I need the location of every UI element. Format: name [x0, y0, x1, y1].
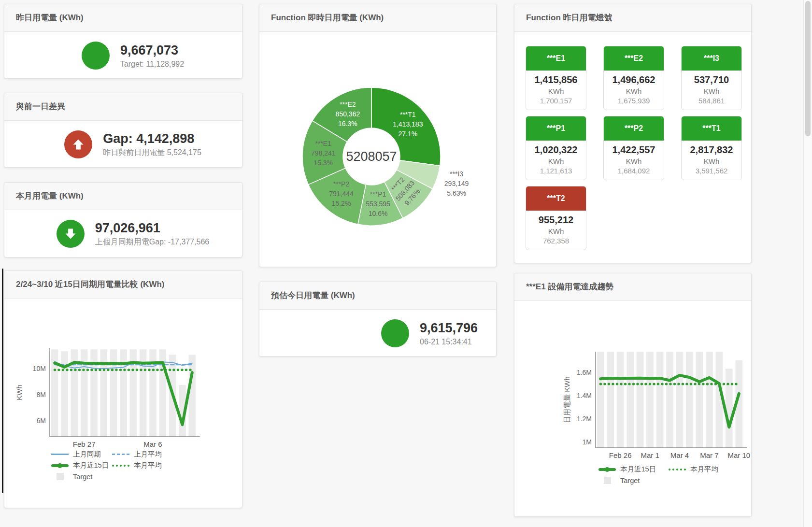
- trend-chart-title: ***E1 設備用電達成趨勢: [514, 273, 751, 301]
- svg-text:6M: 6M: [37, 417, 46, 425]
- card-today-estimate: 預估今日用電量 (KWh) 9,615,796 06-21 15:34:41: [259, 282, 497, 356]
- card-yesterday-title: 昨日用電量 (KWh): [4, 4, 242, 32]
- card-status-lights: Function 昨日用電燈號 ***E11,415,856KWh1,700,1…: [514, 4, 752, 263]
- light-tile-P1: ***P11,020,322KWh1,121,613: [526, 116, 586, 180]
- legend-this-month-avg: 本月平均: [669, 465, 718, 474]
- status-circle-icon: [381, 319, 409, 347]
- legend-this-month-series: 本月近15日: [51, 461, 112, 470]
- light-tile-T1: ***T12,817,832KWh3,591,562: [681, 116, 742, 180]
- estimate-value: 9,615,796: [420, 320, 478, 336]
- svg-text:Mar 6: Mar 6: [143, 440, 162, 447]
- yesterday-target: Target: 11,128,992: [120, 60, 184, 69]
- yesterday-value: 9,667,073: [120, 43, 184, 58]
- card-month-usage: 本月用電量 (KWh) 97,026,961 上個月同期用電Gap: -17,3…: [4, 182, 242, 257]
- light-tile-unit: KWh: [604, 87, 664, 95]
- svg-text:Mar 7: Mar 7: [700, 451, 718, 459]
- e1-trend-chart: 1M1.2M1.4M1.6MFeb 26Mar 1Mar 4Mar 7Mar 1…: [514, 301, 752, 461]
- donut-slice-label: ***I3293,1495.63%: [444, 170, 469, 197]
- svg-text:1.2M: 1.2M: [577, 415, 592, 423]
- card-gap-title: 與前一日差異: [4, 93, 242, 121]
- light-tile-unit: KWh: [682, 157, 741, 165]
- light-tile-target: 584,861: [682, 97, 741, 105]
- light-tile-E2: ***E21,496,662KWh1,675,939: [603, 46, 664, 110]
- legend-target: Target: [51, 473, 92, 481]
- light-tile-value: 1,020,322: [526, 144, 586, 156]
- compare-chart-title: 2/24~3/10 近15日同期用電量比較 (KWh): [4, 271, 242, 299]
- light-tile-target: 1,700,157: [526, 97, 586, 105]
- light-tile-value: 955,212: [526, 214, 586, 226]
- light-tile-P2: ***P21,422,557KWh1,684,092: [603, 116, 664, 180]
- lights-grid: ***E11,415,856KWh1,700,157***E21,496,662…: [514, 32, 751, 250]
- donut-chart-title: Function 即時日用電量 (KWh): [259, 4, 496, 32]
- light-tile-unit: KWh: [604, 157, 664, 165]
- card-e1-trend: ***E1 設備用電達成趨勢 1M1.2M1.4M1.6MFeb 26Mar 1…: [514, 273, 752, 517]
- legend-this-month-series: 本月近15日: [598, 465, 669, 474]
- card-month-title: 本月用電量 (KWh): [4, 183, 242, 210]
- month-subtitle: 上個月同期用電Gap: -17,377,566: [95, 237, 210, 247]
- legend-this-month-avg: 本月平均: [112, 461, 162, 470]
- light-tile-value: 537,710: [682, 74, 741, 85]
- compare-line-chart: 6M8M10MFeb 27Mar 6KWh: [4, 299, 242, 447]
- light-tile-target: 1,675,939: [604, 97, 664, 105]
- lights-title: Function 昨日用電燈號: [514, 4, 751, 32]
- status-circle-icon: [82, 42, 110, 70]
- light-tile-unit: KWh: [682, 87, 741, 95]
- kpi-estimate: 9,615,796 06-21 15:34:41: [259, 310, 496, 357]
- light-tile-header: ***T1: [682, 116, 741, 141]
- card-day-gap: 與前一日差異 Gap: 4,142,898 昨日與前日用電量 5,524,175: [4, 93, 242, 168]
- light-tile-header: ***P2: [604, 116, 664, 141]
- light-tile-target: 1,684,092: [604, 167, 664, 175]
- gap-value: Gap: 4,142,898: [103, 131, 201, 146]
- light-tile-unit: KWh: [526, 87, 586, 95]
- svg-text:Mar 10: Mar 10: [727, 451, 750, 459]
- compare-legend: 上月同期 上月平均 本月近15日 本月平均 Target: [4, 449, 242, 482]
- month-value: 97,026,961: [95, 220, 210, 236]
- window-edge-artifact: [2, 269, 3, 493]
- light-tile-header: ***I3: [682, 46, 741, 71]
- svg-text:KWh: KWh: [15, 385, 23, 400]
- light-tile-unit: KWh: [526, 227, 586, 235]
- light-tile-header: ***E1: [526, 46, 586, 71]
- legend-last-month-avg: 上月平均: [112, 450, 162, 459]
- light-tile-value: 2,817,832: [682, 144, 741, 156]
- card-compare-chart: 2/24~3/10 近15日同期用電量比較 (KWh) 6M8M10MFeb 2…: [4, 271, 242, 508]
- trend-legend: 本月近15日 本月平均 Target: [514, 464, 751, 485]
- green-line-icon: [598, 468, 616, 471]
- donut-center-total: 5208057: [346, 149, 397, 164]
- target-swatch-icon: [57, 473, 64, 480]
- green-line-icon: [51, 464, 69, 467]
- arrow-up-icon: [64, 130, 92, 158]
- kpi-gap: Gap: 4,142,898 昨日與前日用電量 5,524,175: [4, 121, 242, 168]
- svg-text:Feb 26: Feb 26: [609, 451, 632, 459]
- svg-text:1.4M: 1.4M: [577, 392, 592, 399]
- legend-last-month-series: 上月同期: [51, 450, 112, 459]
- gap-subtitle: 昨日與前日用電量 5,524,175: [103, 148, 201, 158]
- vertical-scrollbar[interactable]: [803, 0, 812, 527]
- light-tile-value: 1,496,662: [604, 74, 664, 85]
- light-tile-value: 1,415,856: [526, 74, 586, 85]
- svg-text:1M: 1M: [583, 438, 592, 446]
- light-tile-target: 762,358: [526, 237, 586, 245]
- blue-line-icon: [51, 454, 69, 455]
- kpi-month: 97,026,961 上個月同期用電Gap: -17,377,566: [4, 210, 242, 257]
- arrow-down-icon: [57, 220, 85, 248]
- light-tile-unit: KWh: [526, 157, 586, 165]
- card-realtime-donut: Function 即時日用電量 (KWh) 5208057 ***T11,413…: [259, 4, 497, 267]
- svg-text:1.6M: 1.6M: [577, 369, 592, 376]
- light-tile-header: ***T2: [526, 186, 586, 211]
- light-tile-header: ***E2: [604, 46, 664, 71]
- green-dotted-line-icon: [112, 465, 129, 467]
- realtime-donut-chart: 5208057 ***T11,413,18327.1%***I3293,1495…: [259, 32, 496, 267]
- green-dotted-line-icon: [669, 469, 686, 470]
- svg-text:Mar 1: Mar 1: [641, 451, 659, 459]
- scrollbar-thumb[interactable]: [805, 1, 811, 136]
- legend-target: Target: [598, 477, 640, 484]
- target-swatch-icon: [604, 477, 611, 484]
- kpi-yesterday: 9,667,073 Target: 11,128,992: [4, 32, 242, 79]
- light-tile-I3: ***I3537,710KWh584,861: [681, 46, 742, 110]
- light-tile-header: ***P1: [526, 116, 586, 141]
- light-tile-target: 3,591,562: [682, 167, 741, 175]
- light-tile-T2: ***T2955,212KWh762,358: [526, 186, 586, 250]
- blue-dashed-line-icon: [112, 454, 129, 455]
- svg-text:日用電量 KWh: 日用電量 KWh: [563, 376, 571, 423]
